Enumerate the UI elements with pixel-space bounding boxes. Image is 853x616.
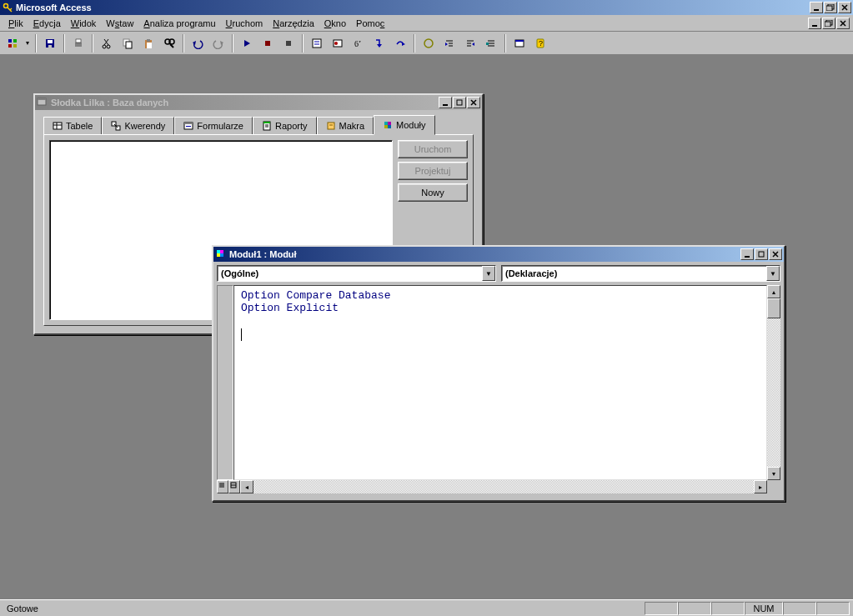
paste-icon[interactable] [139,34,158,53]
scroll-left-icon[interactable]: ◂ [240,480,253,493]
svg-marker-45 [377,44,382,48]
break-icon[interactable] [419,34,438,53]
new-button[interactable]: Nowy [398,183,468,202]
mdi-restore-button[interactable] [822,18,835,29]
tab-makra[interactable]: Makra [317,117,374,135]
mod-maximize-button[interactable] [755,248,768,260]
svg-marker-46 [402,43,405,46]
code-area: Option Compare Database Option Explicit … [217,285,780,493]
module-window: Moduł1 : Moduł (Ogólne) ▼ (Deklaracje) ▼… [212,245,785,502]
db-close-button[interactable] [467,97,480,108]
step-into-icon[interactable] [370,34,389,53]
scroll-down-icon[interactable]: ▾ [767,467,780,480]
scroll-thumb[interactable] [767,298,780,318]
svg-rect-38 [286,41,291,46]
compile-icon[interactable] [308,34,326,53]
svg-rect-91 [217,250,220,253]
copy-icon[interactable] [118,34,137,53]
undo-icon[interactable] [188,34,207,53]
save-icon[interactable] [41,34,59,53]
vertical-scrollbar[interactable]: ▴ ▾ [767,285,780,480]
svg-rect-37 [265,41,270,46]
menu-plik[interactable]: Plik [3,17,28,30]
scroll-track[interactable] [253,480,754,493]
mdi-minimize-button[interactable] [808,18,821,29]
database-window-title: Słodka Lilka : Baza danych [51,98,168,108]
print-icon[interactable] [69,34,88,53]
toolbar-separator [504,34,506,53]
horizontal-scrollbar[interactable]: ◂ ▸ [217,480,767,493]
bookmark-icon[interactable] [482,34,500,53]
svg-rect-87 [384,122,388,125]
svg-rect-30 [147,43,152,48]
database-window-titlebar[interactable]: Słodka Lilka : Baza danych [35,95,482,110]
redo-icon[interactable] [209,34,228,53]
reset-icon[interactable] [279,34,298,53]
stop-icon[interactable] [258,34,277,53]
svg-point-43 [334,42,338,45]
toolbar-separator [302,34,304,53]
help-icon[interactable]: ? [531,34,549,53]
svg-rect-85 [328,123,334,129]
svg-rect-90 [388,125,391,128]
code-gutter[interactable] [217,285,233,480]
chevron-down-icon[interactable]: ▼ [766,266,780,281]
run-button[interactable]: Uruchom [398,140,468,158]
menu-widok[interactable]: Widok [66,17,102,30]
app-restore-button[interactable] [824,2,837,13]
tool-view-dropdown[interactable]: ▾ [24,34,31,53]
cut-icon[interactable] [98,34,116,53]
module-window-titlebar[interactable]: Moduł1 : Moduł [213,247,784,262]
scroll-track[interactable] [767,298,780,467]
menu-pomoc[interactable]: Pomoc [351,17,389,30]
scroll-right-icon[interactable]: ▸ [754,480,767,493]
step-over-icon[interactable] [391,34,409,53]
app-close-button[interactable] [838,2,851,13]
module-icon [215,248,227,260]
procedure-view-icon[interactable] [217,480,228,493]
find-icon[interactable] [160,34,178,53]
svg-text:?: ? [539,39,543,48]
db-minimize-button[interactable] [439,97,452,108]
indent-icon[interactable] [440,34,459,53]
svg-rect-82 [263,122,270,123]
full-module-view-icon[interactable] [228,480,240,493]
menu-wstaw[interactable]: Wstaw [101,17,138,30]
tab-kwerendy[interactable]: Kwerendy [102,117,174,135]
watch-icon[interactable]: 6ʼ [349,34,368,53]
svg-point-0 [4,4,8,8]
svg-rect-88 [388,122,391,125]
scroll-up-icon[interactable]: ▴ [767,285,780,298]
object-combo[interactable]: (Ogólne) ▼ [217,265,496,282]
svg-rect-13 [8,39,12,43]
mdi-close-button[interactable] [836,18,850,29]
mod-minimize-button[interactable] [740,248,754,260]
tab-moduly[interactable]: Moduły [374,115,434,135]
module-window-title: Moduł1 : Moduł [229,249,297,259]
tab-raporty[interactable]: Raporty [253,117,317,135]
menubar: Plik Edycja Widok Wstaw Analiza programu… [0,15,853,32]
table-icon [53,121,63,131]
svg-rect-5 [826,6,832,11]
db-maximize-button[interactable] [453,97,466,108]
mod-close-button[interactable] [769,248,782,260]
run-icon[interactable] [238,34,256,53]
procedure-combo-value: (Deklaracje) [502,268,560,278]
tab-tabele[interactable]: Tabele [43,117,102,135]
procedure-combo[interactable]: (Deklaracje) ▼ [501,265,780,282]
svg-marker-53 [445,43,448,46]
object-browser-icon[interactable] [510,34,529,53]
outdent-icon[interactable] [461,34,479,53]
code-editor[interactable]: Option Compare Database Option Explicit [233,285,767,480]
menu-okno[interactable]: Okno [319,17,351,30]
chevron-down-icon[interactable]: ▼ [482,266,495,281]
menu-narzedzia[interactable]: Narzędzia [268,17,319,30]
menu-analiza[interactable]: Analiza programu [138,17,220,30]
menu-edycja[interactable]: Edycja [28,17,66,30]
tool-view-icon[interactable] [3,34,22,53]
menu-uruchom[interactable]: Uruchom [221,17,268,30]
breakpoint-icon[interactable] [329,34,347,53]
app-minimize-button[interactable] [810,2,823,13]
tab-formularze[interactable]: Formularze [174,117,253,135]
design-button[interactable]: Projektuj [398,162,468,180]
